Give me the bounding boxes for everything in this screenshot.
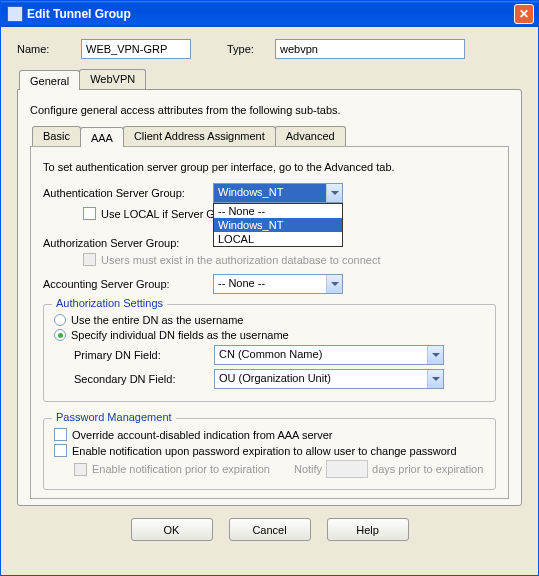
general-instruction: Configure general access attributes from… xyxy=(30,104,509,116)
authz-settings-legend: Authorization Settings xyxy=(52,297,167,309)
header-row: Name: Type: xyxy=(17,39,522,59)
outer-tab-row: General WebVPN xyxy=(19,69,522,89)
help-button[interactable]: Help xyxy=(327,518,409,541)
primary-dn-label: Primary DN Field: xyxy=(74,349,214,361)
footer-buttons: OK Cancel Help xyxy=(17,518,522,541)
override-checkbox[interactable] xyxy=(54,428,67,441)
authz-users-label: Users must exist in the authorization da… xyxy=(101,254,380,266)
edit-tunnel-group-window: Edit Tunnel Group ✕ Name: Type: General … xyxy=(0,0,539,576)
authn-option-local[interactable]: LOCAL xyxy=(214,232,342,246)
subtab-aaa[interactable]: AAA xyxy=(80,127,124,147)
ok-button[interactable]: OK xyxy=(131,518,213,541)
authn-option-none[interactable]: -- None -- xyxy=(214,204,342,218)
override-row: Override account-disabled indication fro… xyxy=(54,428,485,441)
name-input[interactable] xyxy=(81,39,191,59)
radio-entire-dn-label: Use the entire DN as the username xyxy=(71,314,243,326)
authn-dropdown: -- None -- Windows_NT LOCAL xyxy=(213,203,343,247)
secondary-dn-value: OU (Organization Unit) xyxy=(215,370,427,388)
authz-label: Authorization Server Group: xyxy=(43,237,213,249)
prior-row: Enable notification prior to expiration … xyxy=(74,460,485,478)
radio-entire-dn[interactable] xyxy=(54,314,66,326)
pw-mgmt-legend: Password Management xyxy=(52,411,176,423)
secondary-dn-label: Secondary DN Field: xyxy=(74,373,214,385)
name-label: Name: xyxy=(17,43,73,55)
acct-value: -- None -- xyxy=(214,275,326,293)
titlebar: Edit Tunnel Group ✕ xyxy=(1,1,538,27)
acct-label: Accounting Server Group: xyxy=(43,278,213,290)
enable-notif-label: Enable notification upon password expira… xyxy=(72,445,457,457)
primary-dn-row: Primary DN Field: CN (Common Name) xyxy=(74,345,485,365)
chevron-down-icon xyxy=(326,184,342,202)
radio-specify-row: Specify individual DN fields as the user… xyxy=(54,329,485,341)
pw-mgmt-fieldset: Password Management Override account-dis… xyxy=(43,418,496,490)
type-label: Type: xyxy=(227,43,267,55)
aaa-note: To set authentication server group per i… xyxy=(43,161,496,173)
enable-notif-checkbox[interactable] xyxy=(54,444,67,457)
subtab-basic[interactable]: Basic xyxy=(32,126,81,146)
prior-checkbox xyxy=(74,463,87,476)
inner-tab-row: Basic AAA Client Address Assignment Adva… xyxy=(32,126,509,146)
acct-select[interactable]: -- None -- xyxy=(213,274,343,294)
window-title: Edit Tunnel Group xyxy=(27,7,514,21)
authz-users-row: Users must exist in the authorization da… xyxy=(83,253,496,266)
chevron-down-icon xyxy=(427,346,443,364)
primary-dn-select[interactable]: CN (Common Name) xyxy=(214,345,444,365)
authz-users-checkbox xyxy=(83,253,96,266)
type-input[interactable] xyxy=(275,39,465,59)
secondary-dn-select[interactable]: OU (Organization Unit) xyxy=(214,369,444,389)
radio-entire-dn-row: Use the entire DN as the username xyxy=(54,314,485,326)
inner-tabs: Basic AAA Client Address Assignment Adva… xyxy=(30,126,509,499)
radio-specify-label: Specify individual DN fields as the user… xyxy=(71,329,289,341)
chevron-down-icon xyxy=(326,275,342,293)
chevron-down-icon xyxy=(427,370,443,388)
authn-row: Authentication Server Group: Windows_NT … xyxy=(43,183,496,203)
aaa-tab-body: To set authentication server group per i… xyxy=(30,146,509,499)
prior-label: Enable notification prior to expiration xyxy=(92,463,270,475)
authz-settings-fieldset: Authorization Settings Use the entire DN… xyxy=(43,304,496,402)
authn-label: Authentication Server Group: xyxy=(43,187,213,199)
subtab-client-addr[interactable]: Client Address Assignment xyxy=(123,126,276,146)
notify-label: Notify xyxy=(294,463,322,475)
outer-tabs: General WebVPN Configure general access … xyxy=(17,69,522,506)
enable-notif-row: Enable notification upon password expira… xyxy=(54,444,485,457)
close-button[interactable]: ✕ xyxy=(514,4,534,24)
override-label: Override account-disabled indication fro… xyxy=(72,429,332,441)
notify-days-input xyxy=(326,460,368,478)
cancel-button[interactable]: Cancel xyxy=(229,518,311,541)
secondary-dn-row: Secondary DN Field: OU (Organization Uni… xyxy=(74,369,485,389)
close-icon: ✕ xyxy=(519,7,529,21)
authn-option-windows-nt[interactable]: Windows_NT xyxy=(214,218,342,232)
tab-webvpn[interactable]: WebVPN xyxy=(79,69,146,89)
subtab-advanced[interactable]: Advanced xyxy=(275,126,346,146)
general-tab-body: Configure general access attributes from… xyxy=(17,89,522,506)
primary-dn-value: CN (Common Name) xyxy=(215,346,427,364)
use-local-checkbox[interactable] xyxy=(83,207,96,220)
tab-general[interactable]: General xyxy=(19,70,80,90)
days-label: days prior to expiration xyxy=(372,463,483,475)
radio-specify[interactable] xyxy=(54,329,66,341)
use-local-label: Use LOCAL if Server Gro xyxy=(101,208,225,220)
authn-value: Windows_NT xyxy=(214,184,326,202)
authn-select[interactable]: Windows_NT -- None -- Windows_NT LOCAL xyxy=(213,183,343,203)
acct-row: Accounting Server Group: -- None -- xyxy=(43,274,496,294)
app-icon xyxy=(7,6,23,22)
content-area: Name: Type: General WebVPN Configure gen… xyxy=(1,27,538,549)
